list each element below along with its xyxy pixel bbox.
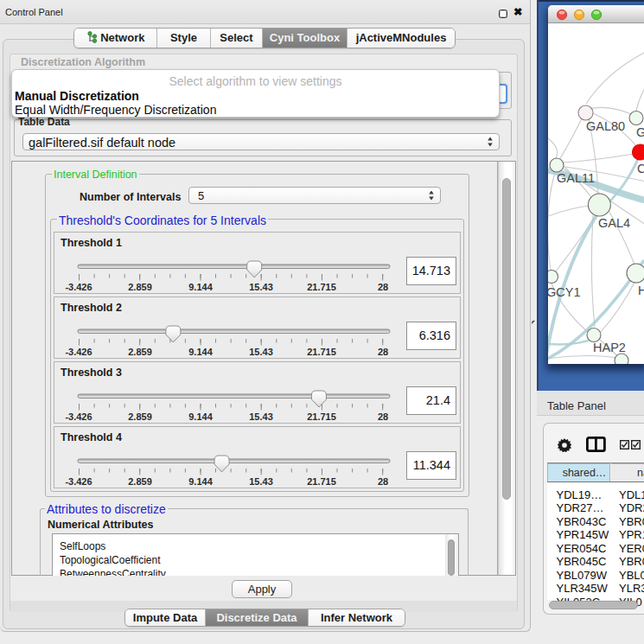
svg-text:GAL11: GAL11 — [557, 171, 595, 185]
svg-text:GA: GA — [636, 125, 644, 139]
svg-text:HAP2: HAP2 — [593, 341, 626, 354]
svg-text:H: H — [638, 284, 644, 297]
svg-text:GCY1: GCY1 — [548, 285, 581, 299]
svg-text:GAL4: GAL4 — [598, 216, 630, 230]
svg-text:C: C — [637, 162, 644, 175]
svg-text:GAL80: GAL80 — [586, 119, 625, 133]
